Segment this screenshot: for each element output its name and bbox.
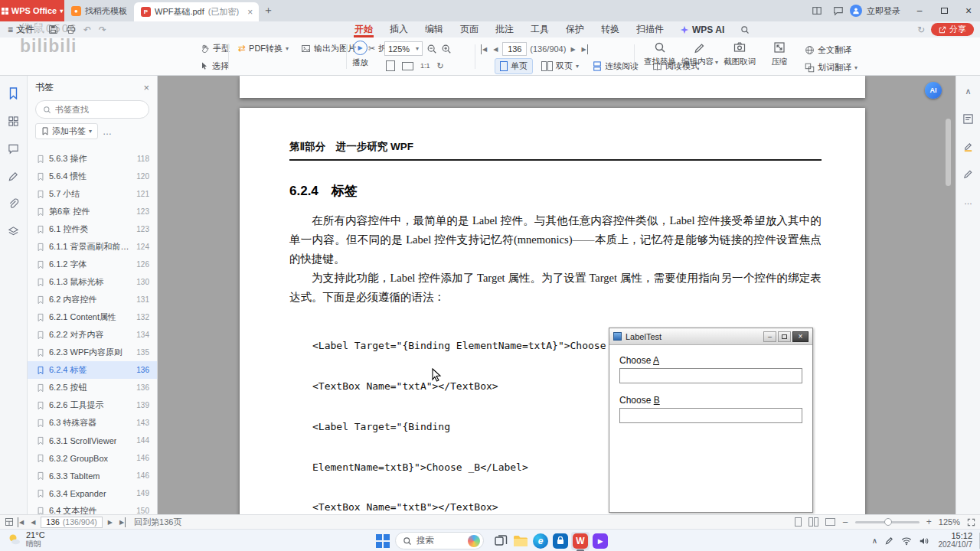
pen-tool-icon[interactable] <box>961 166 976 181</box>
login-button[interactable]: 立即登录 <box>867 5 900 17</box>
more-tools-icon[interactable]: … <box>961 194 976 209</box>
continuous-read-button[interactable]: 连续阅读 <box>587 58 644 74</box>
bookmark-item[interactable]: 6.2.6 工具提示139 <box>28 396 157 414</box>
fullscreen-icon[interactable] <box>967 518 975 527</box>
scrollbar-thumb[interactable] <box>946 119 951 186</box>
hidden-icons-chevron[interactable]: ∧ <box>872 536 877 545</box>
bookmark-item[interactable]: 6.2.5 按钮136 <box>28 379 157 396</box>
bookmark-item[interactable]: 6.1.3 鼠标光标130 <box>28 273 157 291</box>
capture-text-button[interactable]: 截图取词 <box>720 41 760 67</box>
pdf-convert-button[interactable]: ⇄ PDF转换 ▾ <box>234 41 292 56</box>
word-translate-button[interactable]: 划词翻译 ▾ <box>801 60 861 75</box>
print-icon[interactable] <box>66 24 76 34</box>
double-page-view-icon[interactable] <box>808 517 818 527</box>
media-app-icon[interactable]: ▸ <box>591 532 609 550</box>
menu-edit[interactable]: 编辑 <box>416 21 452 37</box>
last-page-icon[interactable]: ▶ <box>118 517 126 527</box>
menu-convert[interactable]: 转换 <box>593 21 628 37</box>
bookmark-item[interactable]: 5.6.3 操作118 <box>28 150 157 168</box>
layout-switch-icon[interactable] <box>807 0 827 21</box>
fit-width-icon[interactable] <box>402 62 413 70</box>
bookmark-item[interactable]: 6.3 特殊容器143 <box>28 414 157 432</box>
menu-home[interactable]: 开始 <box>346 21 381 37</box>
menu-wps-ai[interactable]: WPS AI <box>672 21 732 37</box>
first-page-icon[interactable]: ◀ <box>481 44 488 54</box>
save-icon[interactable] <box>48 24 58 34</box>
maximize-button[interactable] <box>933 0 956 21</box>
wps-ai-floating-button[interactable]: AI <box>925 82 942 99</box>
back-to-page-link[interactable]: 回到第136页 <box>134 517 181 528</box>
bookmark-item[interactable]: 5.7 小结121 <box>28 185 157 203</box>
bookmark-item[interactable]: 6.3.2 GroupBox146 <box>28 449 157 467</box>
bookmark-item[interactable]: 6.4 文本控件150 <box>28 502 157 514</box>
double-page-button[interactable]: 双页 ▾ <box>536 58 584 74</box>
taskbar-search-box[interactable]: 搜索 <box>395 532 484 549</box>
thumbnails-panel-icon[interactable] <box>5 112 22 129</box>
pages-overview-icon[interactable] <box>5 517 14 527</box>
file-menu[interactable]: ≡ 文件 <box>0 21 42 37</box>
redo-icon[interactable]: ↷ <box>99 24 106 35</box>
menu-annotate[interactable]: 批注 <box>487 21 522 37</box>
edge-browser-icon[interactable]: e <box>531 532 550 550</box>
wps-office-app-icon[interactable]: W <box>571 532 590 550</box>
single-page-button[interactable]: 单页 <box>495 58 533 74</box>
status-page-indicator[interactable]: 136 (136/904) <box>41 517 102 528</box>
zoom-slider[interactable] <box>855 521 920 523</box>
first-page-icon[interactable]: ◀ <box>18 517 25 527</box>
zoom-slider-thumb[interactable] <box>884 518 892 526</box>
bookmark-item[interactable]: 6.1.1 背景画刷和前景画刷124 <box>28 238 157 256</box>
full-text-translate-button[interactable]: 全文翻译 <box>801 42 861 57</box>
zoom-out-icon[interactable] <box>426 44 437 54</box>
volume-icon[interactable] <box>919 536 929 546</box>
sync-icon[interactable]: ↻ <box>917 24 925 35</box>
zoom-out-button[interactable]: − <box>842 517 848 528</box>
close-panel-icon[interactable]: × <box>143 82 149 93</box>
add-bookmark-button[interactable]: 添加书签 ▾ <box>35 123 98 139</box>
note-tool-icon[interactable] <box>961 111 976 126</box>
rotate-icon[interactable]: ↻ <box>437 61 444 71</box>
start-button[interactable] <box>374 533 391 549</box>
next-page-icon[interactable]: ▶ <box>106 517 114 527</box>
new-tab-button[interactable]: ＋ <box>259 0 277 21</box>
minimize-button[interactable]: – <box>908 0 931 21</box>
compress-button[interactable]: 压缩 <box>760 41 799 67</box>
menu-scan[interactable]: 扫描件 <box>628 21 672 37</box>
actual-size-icon[interactable]: 1:1 <box>420 62 430 70</box>
bookmark-search-input[interactable] <box>55 105 132 114</box>
wps-office-menu-button[interactable]: WPS Office ▾ <box>0 0 64 21</box>
attachments-panel-icon[interactable] <box>5 195 22 212</box>
edit-content-button[interactable]: 编辑内容 ▾ <box>680 41 720 67</box>
prev-page-icon[interactable]: ◀ <box>29 517 37 527</box>
microsoft-store-icon[interactable] <box>551 532 570 550</box>
tab-docer-templates[interactable]: ● 找稻壳模板 <box>64 0 134 21</box>
taskbar-clock[interactable]: 15:12 2024/10/7 <box>939 531 973 549</box>
annotations-panel-icon[interactable] <box>5 168 22 184</box>
bookmark-item[interactable]: 第6章 控件123 <box>28 203 157 220</box>
avatar[interactable] <box>850 5 862 17</box>
bookmark-item[interactable]: 6.3.4 Expander149 <box>28 484 157 502</box>
taskbar-weather-widget[interactable]: 21°C 晴朗 <box>6 531 45 548</box>
bookmark-item[interactable]: 6.2 内容控件131 <box>28 291 157 308</box>
find-replace-button[interactable]: 查找替换 <box>640 41 680 67</box>
message-icon[interactable] <box>828 0 848 21</box>
wifi-icon[interactable] <box>901 536 912 546</box>
menu-search-icon[interactable] <box>732 21 758 37</box>
single-page-view-icon[interactable] <box>795 517 802 527</box>
share-button[interactable]: 分享 <box>931 23 974 36</box>
bookmark-more-icon[interactable]: … <box>103 126 112 137</box>
bookmark-item[interactable]: 6.2.2 对齐内容134 <box>28 326 157 344</box>
bookmark-item[interactable]: 5.6.4 惯性120 <box>28 168 157 185</box>
file-explorer-icon[interactable] <box>511 532 530 550</box>
bookmark-item[interactable]: 6.1 控件类123 <box>28 220 157 238</box>
bookmark-item[interactable]: 6.3.1 ScrollViewer144 <box>28 432 157 449</box>
ink-pen-icon[interactable] <box>884 536 894 546</box>
bookmark-item[interactable]: 6.3.3 TabItem146 <box>28 467 157 484</box>
bookmark-search-box[interactable] <box>35 100 149 119</box>
menu-tools[interactable]: 工具 <box>522 21 557 37</box>
undo-icon[interactable]: ↶ <box>83 24 91 35</box>
close-tab-icon[interactable]: × <box>246 7 254 18</box>
comments-panel-icon[interactable] <box>5 140 22 157</box>
fit-page-icon[interactable] <box>386 60 395 71</box>
zoom-in-icon[interactable] <box>441 44 452 54</box>
menu-protect[interactable]: 保护 <box>557 21 593 37</box>
